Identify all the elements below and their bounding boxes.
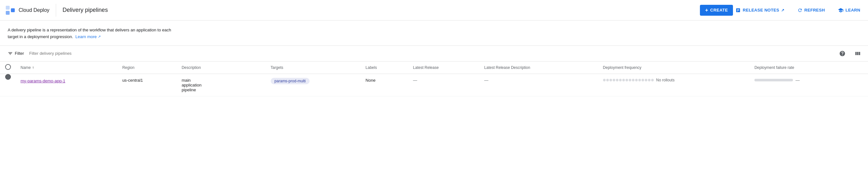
- row-targets-cell: params-prod-multi: [266, 74, 361, 96]
- app-name-label: Cloud Deploy: [19, 7, 50, 13]
- page-title: Delivery pipelines: [63, 7, 700, 13]
- columns-icon: [855, 50, 861, 57]
- freq-dot: [651, 79, 654, 81]
- row-deploy-fail-cell: —: [749, 74, 868, 96]
- th-latest-release-desc-label: Latest Release Description: [484, 65, 530, 70]
- row-name-cell: my-params-demo-app-1: [16, 74, 117, 96]
- learn-more-label: Learn more: [75, 34, 97, 40]
- description-section: A delivery pipeline is a representation …: [0, 21, 868, 46]
- th-latest-release: Latest Release: [408, 62, 479, 74]
- filter-icon: [8, 51, 13, 56]
- logo-container: Cloud Deploy: [5, 4, 56, 16]
- th-labels: Labels: [361, 62, 408, 74]
- freq-dot: [606, 79, 609, 81]
- th-latest-release-desc: Latest Release Description: [479, 62, 598, 74]
- filter-actions: [837, 48, 863, 59]
- create-plus-icon: +: [705, 7, 708, 13]
- columns-button[interactable]: [852, 48, 863, 59]
- th-name-sortable[interactable]: Name ↑: [21, 65, 112, 70]
- header-checkbox[interactable]: [5, 64, 11, 70]
- description-text: A delivery pipeline is a representation …: [8, 27, 200, 40]
- freq-label: No rollouts: [656, 78, 675, 82]
- pipelines-table-container: Name ↑ Region Description Targets Labels: [0, 62, 868, 97]
- learn-more-external-icon: ↗: [98, 34, 101, 40]
- release-notes-label: RELEASE NOTES: [743, 8, 779, 12]
- filter-button[interactable]: Filter: [5, 49, 27, 58]
- row-deploy-freq-cell: No rollouts: [598, 74, 749, 96]
- row-latest-release-desc-cell: —: [479, 74, 598, 96]
- release-notes-button[interactable]: RELEASE NOTES ↗: [733, 6, 787, 14]
- th-region-label: Region: [122, 65, 134, 70]
- freq-dot: [625, 79, 628, 81]
- freq-dot: [622, 79, 625, 81]
- th-name-label: Name: [21, 65, 31, 70]
- row-latest-release-cell: —: [408, 74, 479, 96]
- row-description: mainapplicationpipeline: [182, 78, 202, 92]
- table-header: Name ↑ Region Description Targets Labels: [0, 62, 868, 74]
- freq-bar: No rollouts: [603, 78, 744, 82]
- refresh-label: REFRESH: [805, 8, 825, 12]
- row-checkbox[interactable]: [5, 74, 11, 80]
- pipelines-table: Name ↑ Region Description Targets Labels: [0, 62, 868, 97]
- help-icon: [839, 50, 845, 57]
- fail-bar-track: [754, 79, 793, 81]
- create-label: CREATE: [710, 8, 728, 12]
- th-description-label: Description: [182, 65, 201, 70]
- row-region: us-central1: [122, 78, 143, 83]
- app-header: Cloud Deploy Delivery pipelines + CREATE…: [0, 0, 868, 21]
- help-button[interactable]: [837, 48, 847, 59]
- freq-dot: [635, 79, 638, 81]
- row-latest-release-desc: —: [484, 78, 489, 83]
- th-name: Name ↑: [16, 62, 117, 74]
- svg-rect-1: [6, 11, 10, 15]
- pipeline-name-link[interactable]: my-params-demo-app-1: [21, 78, 112, 84]
- freq-dot: [632, 79, 634, 81]
- th-deploy-freq: Deployment frequency: [598, 62, 749, 74]
- th-deploy-fail: Deployment failure rate: [749, 62, 868, 74]
- freq-dot: [619, 79, 622, 81]
- th-deploy-freq-label: Deployment frequency: [603, 65, 642, 70]
- filter-bar: Filter: [0, 46, 868, 62]
- filter-label: Filter: [15, 51, 24, 56]
- table-row: my-params-demo-app-1us-central1mainappli…: [0, 74, 868, 96]
- target-chip[interactable]: params-prod-multi: [271, 78, 310, 84]
- svg-rect-0: [6, 6, 10, 10]
- svg-rect-2: [11, 8, 15, 12]
- learn-label: LEARN: [845, 8, 860, 12]
- create-button[interactable]: + CREATE: [700, 5, 733, 16]
- freq-dot: [616, 79, 618, 81]
- sort-arrow-icon: ↑: [32, 65, 34, 70]
- header-checkbox-cell: [0, 62, 16, 74]
- refresh-button[interactable]: REFRESH: [795, 6, 828, 14]
- th-region: Region: [117, 62, 177, 74]
- row-region-cell: us-central1: [117, 74, 177, 96]
- release-notes-icon: [736, 8, 741, 13]
- freq-dot: [645, 79, 647, 81]
- row-checkbox-cell: [0, 74, 16, 96]
- filter-input[interactable]: [29, 51, 835, 56]
- freq-dot: [613, 79, 615, 81]
- learn-icon: [838, 7, 844, 13]
- row-latest-release: —: [413, 78, 417, 83]
- row-labels-cell: None: [361, 74, 408, 96]
- header-row: Name ↑ Region Description Targets Labels: [0, 62, 868, 74]
- freq-dot: [638, 79, 641, 81]
- header-actions: RELEASE NOTES ↗ REFRESH LEARN: [733, 6, 863, 14]
- th-targets: Targets: [266, 62, 361, 74]
- th-latest-release-label: Latest Release: [413, 65, 439, 70]
- cloud-deploy-logo-icon: [5, 5, 16, 15]
- th-description: Description: [177, 62, 265, 74]
- fail-bar-container: —: [754, 78, 863, 83]
- freq-dot: [629, 79, 631, 81]
- learn-button[interactable]: LEARN: [835, 6, 863, 14]
- th-deploy-fail-label: Deployment failure rate: [754, 65, 794, 70]
- row-description-cell: mainapplicationpipeline: [177, 74, 265, 96]
- learn-more-link[interactable]: Learn more ↗: [75, 34, 100, 40]
- description-line2: target in a deployment progression.: [8, 34, 73, 39]
- external-link-icon: ↗: [781, 8, 784, 12]
- refresh-icon: [798, 8, 803, 13]
- freq-dot: [610, 79, 612, 81]
- fail-rate-value: —: [796, 78, 800, 83]
- row-labels: None: [366, 78, 376, 83]
- th-targets-label: Targets: [271, 65, 283, 70]
